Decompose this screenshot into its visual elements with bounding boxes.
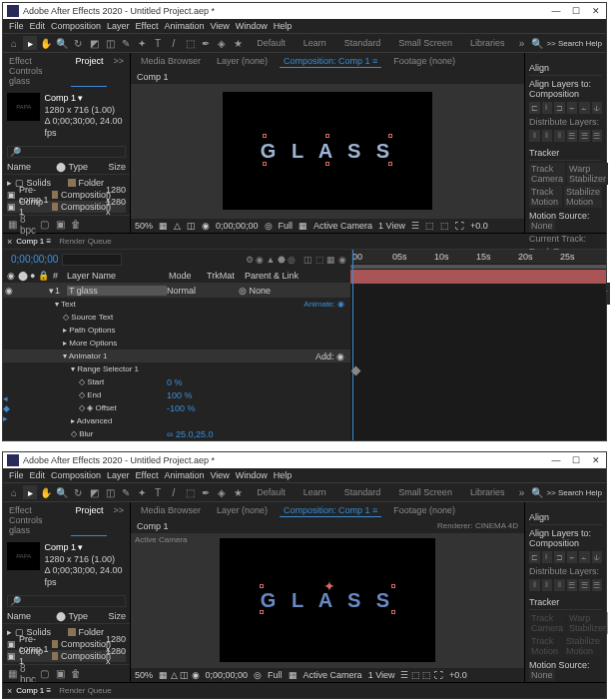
project-search[interactable]: 🔎 xyxy=(7,595,126,607)
orbit-tool-icon[interactable]: ↻ xyxy=(71,36,85,50)
menu-effect[interactable]: Effect xyxy=(136,21,159,31)
prop-end-val[interactable]: 100 % xyxy=(167,390,193,400)
mag-dropdown[interactable]: 50% xyxy=(135,670,153,680)
prop-advanced[interactable]: ▸ Advanced xyxy=(63,416,112,425)
tab-layer[interactable]: Layer (none) xyxy=(213,504,272,517)
clone-tool-icon[interactable]: ⬚ xyxy=(183,485,197,499)
eraser-tool-icon[interactable]: ✒ xyxy=(199,36,213,50)
prop-start-val[interactable]: 0 % xyxy=(167,377,183,387)
view-dropdown[interactable]: 1 View xyxy=(378,221,405,231)
roto-tool-icon[interactable]: ◈ xyxy=(215,36,229,50)
align-left-icon[interactable]: ⊏ xyxy=(529,551,540,563)
vf-icon[interactable]: ⛶ xyxy=(455,221,464,231)
align-right-icon[interactable]: ⊐ xyxy=(554,102,565,114)
dist-icon[interactable]: ⦀ xyxy=(529,579,540,591)
vf-timecode[interactable]: 0;00;00;00 xyxy=(206,670,249,680)
search-icon[interactable]: 🔍 xyxy=(530,485,544,499)
dist-icon[interactable]: ⦀ xyxy=(529,130,540,142)
rect-tool-icon[interactable]: ✎ xyxy=(119,36,133,50)
close-button[interactable]: ✕ xyxy=(586,6,606,16)
comp-breadcrumb[interactable]: Comp 1 xyxy=(137,72,169,82)
time-ruler[interactable]: 00 05s 10s 15s 20s 25s xyxy=(350,250,606,264)
track-motion-button[interactable]: Track Motion xyxy=(529,186,562,208)
dist-icon[interactable]: ☰ xyxy=(567,579,578,591)
align-bottom-icon[interactable]: ⫝ xyxy=(592,102,603,114)
home-icon[interactable]: ⌂ xyxy=(7,485,21,499)
home-icon[interactable]: ⌂ xyxy=(7,36,21,50)
bpc-icon[interactable]: 8 bpc xyxy=(21,218,35,232)
pen-tool-icon[interactable]: ✦ xyxy=(135,485,149,499)
align-top-icon[interactable]: ⫟ xyxy=(567,102,578,114)
canvas[interactable]: G L A S S xyxy=(223,92,432,210)
col-swatch[interactable]: ⬤ xyxy=(56,162,66,172)
tl-tab-render-queue[interactable]: Render Queue xyxy=(55,236,115,247)
delete-icon[interactable]: 🗑 xyxy=(69,218,83,232)
workspace-default[interactable]: Default xyxy=(249,487,294,497)
menu-help[interactable]: Help xyxy=(274,470,293,480)
tl-tab-comp[interactable]: Comp 1 ≡ xyxy=(12,685,55,696)
warp-stab-button[interactable]: Warp Stabilizer xyxy=(567,163,608,185)
menu-animation[interactable]: Animation xyxy=(164,470,204,480)
menu-layer[interactable]: Layer xyxy=(107,470,130,480)
ws-more-icon[interactable]: » xyxy=(514,36,528,50)
tab-layer[interactable]: Layer (none) xyxy=(213,55,272,68)
align-hcenter-icon[interactable]: ⫲ xyxy=(542,102,553,114)
warp-stab-button[interactable]: Warp Stabilizer xyxy=(567,612,608,634)
vf-icon[interactable]: △ xyxy=(174,221,181,231)
vf-icon[interactable]: ▦ xyxy=(299,221,308,231)
layer-glass[interactable]: ◉ ▾ 1 T glass Normal ◎ None xyxy=(3,284,350,298)
prop-offset[interactable]: ◇ ◈ Offset xyxy=(71,403,167,412)
align-right-icon[interactable]: ⊐ xyxy=(554,551,565,563)
dist-icon[interactable]: ⦀ xyxy=(542,130,553,142)
menu-edit[interactable]: Edit xyxy=(30,470,46,480)
selection-tool-icon[interactable]: ▸ xyxy=(23,36,37,50)
workspace-libraries[interactable]: Libraries xyxy=(462,487,513,497)
menu-edit[interactable]: Edit xyxy=(30,21,46,31)
menu-composition[interactable]: Composition xyxy=(51,470,101,480)
exposure[interactable]: +0.0 xyxy=(449,670,467,680)
prop-text[interactable]: ▾ Text xyxy=(47,300,76,309)
menu-file[interactable]: File xyxy=(9,21,24,31)
dist-icon[interactable]: ☰ xyxy=(579,579,590,591)
handle-bl[interactable] xyxy=(260,610,264,614)
maximize-button[interactable]: ☐ xyxy=(566,6,586,16)
menu-view[interactable]: View xyxy=(210,21,229,31)
align-top-icon[interactable]: ⫟ xyxy=(567,551,578,563)
vf-icon[interactable]: ◫ xyxy=(187,221,196,231)
zoom-tool-icon[interactable]: 🔍 xyxy=(55,485,69,499)
interpret-icon[interactable]: ▦ xyxy=(5,667,19,681)
vf-icon[interactable]: ⬚ xyxy=(425,221,434,231)
vf-icon[interactable]: ☰ xyxy=(411,221,419,231)
tab-composition[interactable]: Composition: Comp 1 ≡ xyxy=(280,504,381,517)
rect-tool-icon[interactable]: ✎ xyxy=(119,485,133,499)
menu-layer[interactable]: Layer xyxy=(107,21,130,31)
timeline-graph[interactable]: 00 05s 10s 15s 20s 25s xyxy=(350,250,606,440)
workspace-default[interactable]: Default xyxy=(249,38,294,48)
menu-effect[interactable]: Effect xyxy=(136,470,159,480)
handle-br[interactable] xyxy=(391,610,395,614)
tab-effect-controls[interactable]: Effect Controls glass xyxy=(5,55,69,87)
vf-icon[interactable]: ☰ ⬚ ⬚ ⛶ xyxy=(400,670,443,680)
col-name[interactable]: Name xyxy=(7,162,54,172)
dist-icon[interactable]: ⦀ xyxy=(554,130,565,142)
rotate-tool-icon[interactable]: ◩ xyxy=(87,485,101,499)
menu-composition[interactable]: Composition xyxy=(51,21,101,31)
menu-view[interactable]: View xyxy=(210,470,229,480)
tab-effect-controls[interactable]: Effect Controls glass xyxy=(5,504,69,536)
align-left-icon[interactable]: ⊏ xyxy=(529,102,540,114)
view-dropdown[interactable]: 1 View xyxy=(368,670,395,680)
workspace-libraries[interactable]: Libraries xyxy=(462,38,513,48)
dist-icon[interactable]: ☰ xyxy=(592,579,603,591)
track-camera-button[interactable]: Track Camera xyxy=(529,612,565,634)
prop-range-selector[interactable]: ▾ Range Selector 1 xyxy=(63,364,139,373)
new-folder-icon[interactable]: ▢ xyxy=(37,218,51,232)
close-button[interactable]: ✕ xyxy=(586,455,606,465)
tab-footage[interactable]: Footage (none) xyxy=(389,504,459,517)
dist-icon[interactable]: ☰ xyxy=(592,130,603,142)
pen-tool-icon[interactable]: ✦ xyxy=(135,36,149,50)
viewer[interactable]: G L A S S xyxy=(131,84,524,218)
align-hcenter-icon[interactable]: ⫲ xyxy=(542,551,553,563)
glass-text-layer[interactable]: G L A S S xyxy=(261,140,394,163)
maximize-button[interactable]: ☐ xyxy=(566,455,586,465)
layer-parent[interactable]: ◎ None xyxy=(239,286,271,296)
